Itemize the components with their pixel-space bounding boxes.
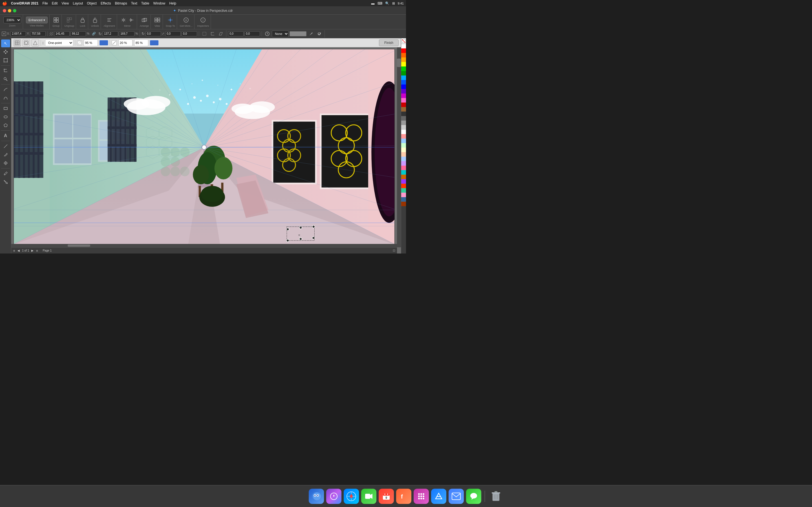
color-violet[interactable] — [401, 179, 406, 184]
zoom-tool[interactable] — [1, 75, 10, 83]
persp-mode-select[interactable]: One-point Two-point — [45, 40, 73, 46]
mirror-v-button[interactable] — [128, 16, 135, 24]
text-tool[interactable]: A — [1, 132, 10, 140]
fill-tool[interactable] — [1, 178, 10, 186]
fill-color-swatch[interactable] — [290, 31, 306, 36]
skew-num-input[interactable] — [228, 31, 244, 36]
color-blue[interactable] — [401, 80, 406, 84]
rotation-input[interactable] — [146, 31, 161, 36]
snap-to-button[interactable] — [167, 16, 174, 24]
ungroup-button[interactable] — [66, 16, 73, 24]
skew-x-input[interactable] — [165, 31, 181, 36]
color-purple[interactable] — [401, 89, 406, 94]
pencil-tool[interactable] — [1, 151, 10, 159]
bezier-tool[interactable] — [1, 94, 10, 102]
color-white2[interactable] — [401, 129, 406, 134]
prev-page-btn[interactable]: ◀ — [17, 249, 20, 252]
color-gray-mid[interactable] — [401, 121, 406, 125]
menu-help[interactable]: Help — [169, 1, 176, 5]
canvas-area[interactable]: ✦ + ✦ + ✦ + + ✦ + — [11, 38, 401, 253]
color-salmon[interactable] — [401, 134, 406, 138]
color-dark-blue[interactable] — [401, 84, 406, 89]
transform-free-btn[interactable] — [201, 30, 208, 38]
copy-attrs-btn[interactable] — [264, 30, 271, 38]
zoom-fit-icon[interactable]: ⊡ — [393, 249, 395, 252]
finish-button[interactable]: Finish — [379, 40, 399, 46]
color-magenta[interactable] — [401, 94, 406, 98]
color-lavender[interactable] — [401, 161, 406, 166]
lock-ratio-icon[interactable]: 🔗 — [90, 30, 98, 38]
color-crimson[interactable] — [401, 103, 406, 107]
fill-selector[interactable]: None — [272, 31, 289, 37]
persp-value3-input[interactable] — [134, 40, 148, 46]
color-periwinkle[interactable] — [401, 157, 406, 161]
zoom-selector[interactable]: 236% 100% 150% 200% — [3, 17, 21, 23]
crop-tool[interactable] — [1, 67, 10, 75]
artwork[interactable]: ✦ + ✦ + ✦ + + ✦ + — [13, 49, 395, 245]
width-input[interactable] — [54, 31, 70, 36]
height2-input[interactable] — [119, 31, 135, 36]
color-orange[interactable] — [401, 53, 406, 57]
v-scrollbar[interactable] — [397, 47, 401, 247]
polygon-tool[interactable] — [1, 121, 10, 129]
line-tool[interactable] — [1, 142, 10, 150]
persp-color-swatch1[interactable] — [100, 40, 108, 45]
color-lt-blue[interactable] — [401, 138, 406, 143]
fill-refresh-btn[interactable] — [315, 30, 323, 38]
color-yellow[interactable] — [401, 62, 406, 66]
group-button[interactable] — [52, 16, 60, 24]
unlock-button[interactable] — [91, 16, 99, 24]
next-page-btn[interactable]: ▶ — [31, 249, 34, 252]
color-gray-light[interactable] — [401, 125, 406, 129]
maximize-button[interactable] — [13, 9, 16, 12]
width2-input[interactable] — [103, 31, 118, 36]
get-more-button[interactable]: + — [183, 16, 190, 24]
menu-layout[interactable]: Layout — [73, 1, 83, 5]
color-amber[interactable] — [401, 57, 406, 62]
lock-button[interactable] — [79, 16, 86, 24]
no-color-swatch[interactable] — [401, 38, 406, 44]
battery-icon[interactable]: ▬ — [371, 1, 375, 5]
view-modes-button[interactable]: Enhanced ▾ — [26, 17, 48, 23]
menu-effects[interactable]: Effects — [101, 1, 111, 5]
transform-distort-btn[interactable] — [217, 30, 224, 38]
mirror-h-button[interactable] — [120, 16, 127, 24]
add-page2-btn[interactable]: + — [36, 248, 38, 253]
persp-color-swatch2[interactable] — [150, 40, 158, 45]
rotate-icon[interactable]: ↻ — [98, 32, 102, 36]
y-input[interactable] — [30, 31, 46, 36]
color-pink-light[interactable] — [401, 98, 406, 103]
arrange-button[interactable] — [141, 16, 148, 24]
eyedropper-tool[interactable] — [1, 170, 10, 177]
close-button[interactable] — [3, 9, 6, 12]
select-tool[interactable]: ↖ — [1, 40, 10, 47]
apple-menu[interactable]: 🍎 — [2, 1, 7, 6]
color-gray-dark[interactable] — [401, 116, 406, 121]
color-hot-pink[interactable] — [401, 166, 406, 170]
skew-y-input[interactable] — [182, 31, 197, 36]
color-green-light[interactable] — [401, 66, 406, 71]
color-dark[interactable] — [401, 112, 406, 116]
color-rose[interactable] — [401, 193, 406, 197]
color-brown[interactable] — [401, 107, 406, 112]
height-input[interactable] — [70, 31, 86, 36]
persp-grid1-btn[interactable] — [13, 39, 21, 47]
control-center-icon[interactable]: ⊞ — [392, 1, 395, 5]
node-tool[interactable] — [1, 48, 10, 56]
x-input[interactable] — [10, 31, 26, 36]
menu-view[interactable]: View — [61, 1, 69, 5]
menu-bitmaps[interactable]: Bitmaps — [115, 1, 127, 5]
transform-crop-btn[interactable] — [209, 30, 216, 38]
color-scarlet[interactable] — [401, 184, 406, 188]
persp-value2-input[interactable] — [118, 40, 133, 46]
color-rust[interactable] — [401, 202, 406, 206]
inspectors-button[interactable]: i — [199, 16, 207, 24]
menu-text[interactable]: Text — [131, 1, 137, 5]
drawing-canvas[interactable]: ✦ + ✦ + ✦ + + ✦ + — [11, 47, 397, 247]
color-lt-yellow[interactable] — [401, 148, 406, 152]
view-button[interactable] — [154, 16, 161, 24]
smart-fill-tool[interactable] — [1, 159, 10, 167]
persp-grid2-btn[interactable] — [22, 39, 30, 47]
color-lt-green[interactable] — [401, 143, 406, 148]
wifi-icon[interactable]: ⌨ — [377, 1, 382, 5]
